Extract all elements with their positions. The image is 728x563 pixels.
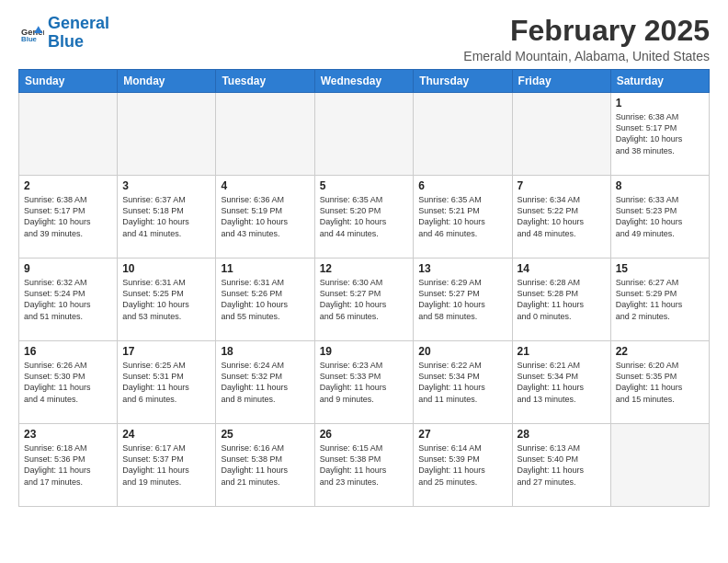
title-block: February 2025 Emerald Mountain, Alabama,… — [463, 15, 710, 63]
day-cell: 27Sunrise: 6:14 AM Sunset: 5:39 PM Dayli… — [414, 424, 512, 507]
week-row-1: 1Sunrise: 6:38 AM Sunset: 5:17 PM Daylig… — [19, 93, 710, 176]
day-info: Sunrise: 6:24 AM Sunset: 5:32 PM Dayligh… — [221, 360, 309, 405]
day-number: 11 — [221, 262, 309, 275]
logo: General Blue General Blue — [18, 15, 109, 52]
week-row-4: 16Sunrise: 6:26 AM Sunset: 5:30 PM Dayli… — [19, 341, 710, 424]
day-info: Sunrise: 6:33 AM Sunset: 5:23 PM Dayligh… — [616, 194, 704, 239]
day-number: 7 — [518, 179, 606, 192]
day-cell: 1Sunrise: 6:38 AM Sunset: 5:17 PM Daylig… — [610, 93, 709, 176]
day-info: Sunrise: 6:17 AM Sunset: 5:37 PM Dayligh… — [122, 442, 210, 488]
weekday-header-row: SundayMondayTuesdayWednesdayThursdayFrid… — [19, 70, 710, 93]
day-info: Sunrise: 6:16 AM Sunset: 5:38 PM Dayligh… — [221, 442, 309, 488]
day-cell — [118, 93, 216, 176]
logo-general: General — [48, 14, 109, 32]
week-row-3: 9Sunrise: 6:32 AM Sunset: 5:24 PM Daylig… — [19, 259, 710, 341]
day-number: 16 — [24, 345, 112, 358]
day-cell: 3Sunrise: 6:37 AM Sunset: 5:18 PM Daylig… — [118, 176, 216, 259]
day-cell: 28Sunrise: 6:13 AM Sunset: 5:40 PM Dayli… — [512, 424, 610, 507]
day-cell: 25Sunrise: 6:16 AM Sunset: 5:38 PM Dayli… — [216, 424, 314, 507]
calendar-table: SundayMondayTuesdayWednesdayThursdayFrid… — [18, 69, 710, 507]
day-cell: 7Sunrise: 6:34 AM Sunset: 5:22 PM Daylig… — [512, 176, 610, 259]
header: General Blue General Blue February 2025 … — [18, 15, 710, 63]
day-info: Sunrise: 6:27 AM Sunset: 5:29 PM Dayligh… — [616, 277, 704, 322]
weekday-header-thursday: Thursday — [414, 70, 512, 93]
day-number: 22 — [616, 345, 704, 358]
day-info: Sunrise: 6:31 AM Sunset: 5:25 PM Dayligh… — [122, 277, 210, 322]
day-cell: 12Sunrise: 6:30 AM Sunset: 5:27 PM Dayli… — [314, 259, 414, 341]
week-row-2: 2Sunrise: 6:38 AM Sunset: 5:17 PM Daylig… — [19, 176, 710, 259]
weekday-header-friday: Friday — [512, 70, 610, 93]
logo-blue: Blue — [48, 32, 84, 51]
day-number: 21 — [518, 345, 606, 358]
day-info: Sunrise: 6:28 AM Sunset: 5:28 PM Dayligh… — [518, 277, 606, 322]
day-number: 2 — [24, 179, 112, 192]
day-number: 15 — [616, 262, 704, 275]
weekday-header-tuesday: Tuesday — [216, 70, 314, 93]
day-cell — [512, 93, 610, 176]
main-title: February 2025 — [463, 15, 710, 47]
day-number: 19 — [320, 345, 409, 358]
logo-text: General Blue — [48, 15, 109, 52]
day-cell: 19Sunrise: 6:23 AM Sunset: 5:33 PM Dayli… — [314, 341, 414, 424]
day-info: Sunrise: 6:35 AM Sunset: 5:20 PM Dayligh… — [320, 194, 409, 239]
day-cell — [314, 93, 414, 176]
day-info: Sunrise: 6:20 AM Sunset: 5:35 PM Dayligh… — [616, 360, 704, 405]
day-number: 17 — [122, 345, 210, 358]
weekday-header-wednesday: Wednesday — [314, 70, 414, 93]
day-cell: 5Sunrise: 6:35 AM Sunset: 5:20 PM Daylig… — [314, 176, 414, 259]
day-info: Sunrise: 6:38 AM Sunset: 5:17 PM Dayligh… — [616, 111, 704, 156]
day-number: 6 — [418, 179, 506, 192]
day-number: 10 — [122, 262, 210, 275]
day-number: 8 — [616, 179, 704, 192]
day-number: 18 — [221, 345, 309, 358]
day-info: Sunrise: 6:37 AM Sunset: 5:18 PM Dayligh… — [122, 194, 210, 239]
day-number: 26 — [320, 428, 409, 441]
day-cell: 6Sunrise: 6:35 AM Sunset: 5:21 PM Daylig… — [414, 176, 512, 259]
day-info: Sunrise: 6:13 AM Sunset: 5:40 PM Dayligh… — [518, 442, 606, 488]
day-cell: 24Sunrise: 6:17 AM Sunset: 5:37 PM Dayli… — [118, 424, 216, 507]
day-number: 20 — [418, 345, 506, 358]
day-cell: 13Sunrise: 6:29 AM Sunset: 5:27 PM Dayli… — [414, 259, 512, 341]
day-info: Sunrise: 6:22 AM Sunset: 5:34 PM Dayligh… — [418, 360, 506, 405]
day-info: Sunrise: 6:38 AM Sunset: 5:17 PM Dayligh… — [24, 194, 112, 239]
day-number: 28 — [518, 428, 606, 441]
day-cell: 2Sunrise: 6:38 AM Sunset: 5:17 PM Daylig… — [19, 176, 118, 259]
day-info: Sunrise: 6:25 AM Sunset: 5:31 PM Dayligh… — [122, 360, 210, 405]
day-cell: 4Sunrise: 6:36 AM Sunset: 5:19 PM Daylig… — [216, 176, 314, 259]
day-info: Sunrise: 6:31 AM Sunset: 5:26 PM Dayligh… — [221, 277, 309, 322]
day-number: 3 — [122, 179, 210, 192]
day-info: Sunrise: 6:35 AM Sunset: 5:21 PM Dayligh… — [418, 194, 506, 239]
day-cell: 11Sunrise: 6:31 AM Sunset: 5:26 PM Dayli… — [216, 259, 314, 341]
day-number: 12 — [320, 262, 409, 275]
day-info: Sunrise: 6:14 AM Sunset: 5:39 PM Dayligh… — [418, 442, 506, 488]
weekday-header-sunday: Sunday — [19, 70, 118, 93]
weekday-header-saturday: Saturday — [610, 70, 709, 93]
day-cell: 14Sunrise: 6:28 AM Sunset: 5:28 PM Dayli… — [512, 259, 610, 341]
day-cell: 23Sunrise: 6:18 AM Sunset: 5:36 PM Dayli… — [19, 424, 118, 507]
day-number: 5 — [320, 179, 409, 192]
day-cell: 22Sunrise: 6:20 AM Sunset: 5:35 PM Dayli… — [610, 341, 709, 424]
day-number: 27 — [418, 428, 506, 441]
day-cell — [216, 93, 314, 176]
day-number: 14 — [518, 262, 606, 275]
day-cell: 21Sunrise: 6:21 AM Sunset: 5:34 PM Dayli… — [512, 341, 610, 424]
day-info: Sunrise: 6:32 AM Sunset: 5:24 PM Dayligh… — [24, 277, 112, 322]
day-cell: 18Sunrise: 6:24 AM Sunset: 5:32 PM Dayli… — [216, 341, 314, 424]
day-info: Sunrise: 6:36 AM Sunset: 5:19 PM Dayligh… — [221, 194, 309, 239]
day-number: 4 — [221, 179, 309, 192]
weekday-header-monday: Monday — [118, 70, 216, 93]
day-info: Sunrise: 6:26 AM Sunset: 5:30 PM Dayligh… — [24, 360, 112, 405]
day-cell: 20Sunrise: 6:22 AM Sunset: 5:34 PM Dayli… — [414, 341, 512, 424]
day-info: Sunrise: 6:30 AM Sunset: 5:27 PM Dayligh… — [320, 277, 409, 322]
day-number: 24 — [122, 428, 210, 441]
day-info: Sunrise: 6:23 AM Sunset: 5:33 PM Dayligh… — [320, 360, 409, 405]
day-cell: 10Sunrise: 6:31 AM Sunset: 5:25 PM Dayli… — [118, 259, 216, 341]
day-info: Sunrise: 6:29 AM Sunset: 5:27 PM Dayligh… — [418, 277, 506, 322]
page: General Blue General Blue February 2025 … — [0, 0, 728, 516]
day-number: 25 — [221, 428, 309, 441]
day-info: Sunrise: 6:21 AM Sunset: 5:34 PM Dayligh… — [518, 360, 606, 405]
day-cell: 17Sunrise: 6:25 AM Sunset: 5:31 PM Dayli… — [118, 341, 216, 424]
day-cell: 16Sunrise: 6:26 AM Sunset: 5:30 PM Dayli… — [19, 341, 118, 424]
day-info: Sunrise: 6:15 AM Sunset: 5:38 PM Dayligh… — [320, 442, 409, 488]
svg-text:Blue: Blue — [21, 35, 38, 43]
